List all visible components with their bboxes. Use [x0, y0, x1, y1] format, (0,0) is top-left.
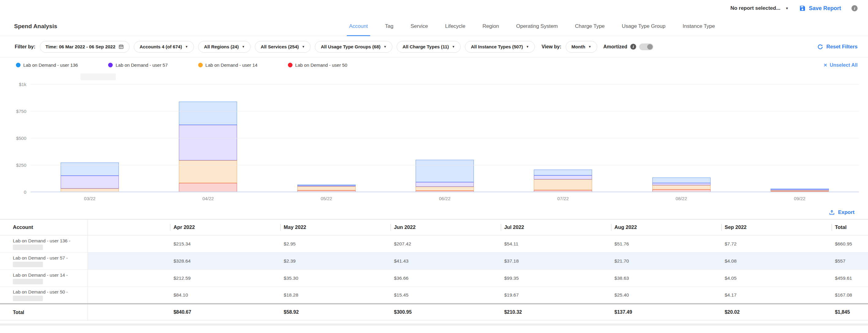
header-sep-2022: Sep 2022 [721, 220, 832, 235]
amortized-info-icon[interactable]: i [630, 44, 636, 49]
filter-all-instance-types-507[interactable]: All Instance Types (507)▼ [465, 41, 535, 53]
x-axis-label: 05/22 [268, 196, 385, 201]
redacted-text [13, 279, 43, 284]
filter-accounts-4-of-674[interactable]: Accounts 4 (of 674)▼ [134, 41, 194, 53]
spacer-cell [88, 304, 170, 321]
header-spacer [88, 220, 170, 235]
filter-all-charge-types-11[interactable]: All Charge Types (11)▼ [397, 41, 461, 53]
gridline [31, 192, 859, 192]
account-name: Lab on Demand - user 136 - [13, 238, 88, 244]
header-total: Total [832, 220, 868, 235]
tab-instance-type[interactable]: Instance Type [683, 16, 715, 36]
value-cell: $207.42 [391, 235, 501, 253]
tab-lifecycle[interactable]: Lifecycle [445, 16, 465, 36]
filter-label-all-charge-types-11: All Charge Types (11) [402, 44, 449, 49]
reset-filters-button[interactable]: Reset Filters [817, 44, 858, 50]
unselect-all-button[interactable]: ✕ Unselect All [823, 62, 858, 68]
tab-account[interactable]: Account [349, 16, 368, 36]
legend-label: Lab on Demand - user 50 [295, 62, 347, 68]
export-button[interactable]: Export [829, 209, 855, 215]
x-axis-label: 04/22 [149, 196, 267, 201]
bar-group-08-22[interactable] [652, 177, 711, 192]
caret-down-icon: ▼ [302, 45, 305, 48]
filter-label-all-services-254: All Services (254) [261, 44, 299, 49]
bar-group-07-22[interactable] [534, 170, 592, 192]
table-row: Lab on Demand - user 14 -$212.59$35.30$3… [0, 270, 868, 287]
value-cell: $4.05 [721, 270, 832, 287]
tab-region[interactable]: Region [483, 16, 499, 36]
chart-slot-05-22 [268, 85, 385, 192]
top-bar: No report selected... ▼ Save Report i [0, 0, 868, 16]
view-by-label: View by: [541, 44, 561, 49]
filter-label-accounts-4-of-674: Accounts 4 (of 674) [140, 44, 182, 49]
bar-group-06-22[interactable] [415, 160, 474, 192]
total-row: Total$840.67$58.92$300.95$210.32$137.49$… [0, 304, 868, 321]
header-account: Account [0, 220, 88, 235]
time-filter-button[interactable]: Time: 06 Mar 2022 - 06 Sep 2022 [40, 41, 129, 53]
table-header: AccountApr 2022May 2022Jun 2022Jul 2022A… [0, 220, 868, 235]
filter-all-services-254[interactable]: All Services (254)▼ [255, 41, 311, 53]
chart-slot-08-22 [622, 85, 740, 192]
toggle-knob [647, 44, 653, 49]
spend-table: AccountApr 2022May 2022Jun 2022Jul 2022A… [0, 219, 868, 321]
save-report-button[interactable]: Save Report [799, 5, 841, 12]
table-row: Lab on Demand - user 50 -$84.10$18.28$15… [0, 287, 868, 304]
x-axis-label: 08/22 [622, 196, 740, 201]
table-body: Lab on Demand - user 136 -$215.34$2.95$2… [0, 235, 868, 321]
total-value-cell: $20.02 [721, 304, 832, 321]
tab-charge-type[interactable]: Charge Type [575, 16, 604, 36]
legend-dot [288, 63, 292, 67]
tab-operating-system[interactable]: Operating System [516, 16, 558, 36]
y-axis-label: $250 [0, 163, 26, 168]
filter-bar: Filter by: Time: 06 Mar 2022 - 06 Sep 20… [0, 36, 868, 58]
value-cell: $7.72 [721, 235, 832, 253]
total-value-cell: $137.49 [611, 304, 721, 321]
amortized-toggle[interactable] [639, 43, 653, 50]
value-cell: $660.95 [832, 235, 868, 253]
redacted-text [13, 262, 43, 267]
bar-group-04-22[interactable] [179, 102, 237, 192]
header-jul-2022: Jul 2022 [501, 220, 611, 235]
account-name: Lab on Demand - user 14 - [13, 272, 88, 278]
tab-service[interactable]: Service [411, 16, 428, 36]
bar-group-05-22[interactable] [298, 185, 355, 192]
bar-segment-lab-on-demand-user-136 [179, 102, 237, 125]
tab-usage-type-group[interactable]: Usage Type Group [622, 16, 665, 36]
save-report-label: Save Report [809, 5, 841, 12]
caret-down-icon: ▼ [588, 45, 591, 48]
legend-item-lab-on-demand-user-14[interactable]: Lab on Demand - user 14 [198, 62, 260, 68]
gridline [31, 111, 859, 111]
chart-legend: Lab on Demand - user 136Lab on Demand - … [16, 62, 350, 68]
x-axis: 03/2204/2205/2206/2207/2208/2209/22 [31, 196, 859, 201]
bar-segment-lab-on-demand-user-14 [298, 187, 355, 190]
info-icon[interactable]: i [851, 5, 858, 11]
view-by-value: Month [571, 44, 585, 49]
value-cell: $18.28 [280, 287, 391, 304]
bar-segment-lab-on-demand-user-57 [534, 175, 592, 179]
bar-segment-lab-on-demand-user-136 [652, 177, 711, 183]
view-by-dropdown[interactable]: Month ▼ [566, 41, 597, 53]
filter-by-label: Filter by: [15, 44, 35, 49]
header-apr-2022: Apr 2022 [170, 220, 280, 235]
report-selector-button[interactable]: No report selected... ▼ [731, 5, 789, 11]
filter-all-regions-24[interactable]: All Regions (24)▼ [198, 41, 251, 53]
tab-tag[interactable]: Tag [385, 16, 393, 36]
value-cell: $35.30 [280, 270, 391, 287]
bar-segment-lab-on-demand-user-57 [61, 176, 119, 189]
table-row: Lab on Demand - user 136 -$215.34$2.95$2… [0, 235, 868, 253]
table-row: Lab on Demand - user 57 -$328.64$2.39$41… [0, 253, 868, 270]
caret-down-icon: ▼ [452, 45, 455, 48]
legend-item-lab-on-demand-user-50[interactable]: Lab on Demand - user 50 [288, 62, 350, 68]
close-icon: ✕ [823, 62, 827, 68]
filter-all-usage-type-groups-68[interactable]: All Usage Type Groups (68)▼ [315, 41, 392, 53]
bar-group-03-22[interactable] [61, 163, 119, 192]
x-axis-label: 07/22 [504, 196, 622, 201]
value-cell: $51.76 [611, 235, 721, 253]
account-cell: Lab on Demand - user 50 - [0, 287, 88, 304]
value-cell: $328.64 [170, 253, 280, 270]
value-cell: $21.70 [611, 253, 721, 270]
legend-item-lab-on-demand-user-57[interactable]: Lab on Demand - user 57 [108, 62, 170, 68]
legend-row: Lab on Demand - user 136Lab on Demand - … [0, 58, 868, 73]
title-row: Spend Analysis AccountTagServiceLifecycl… [0, 16, 868, 36]
legend-item-lab-on-demand-user-136[interactable]: Lab on Demand - user 136 [16, 62, 81, 68]
